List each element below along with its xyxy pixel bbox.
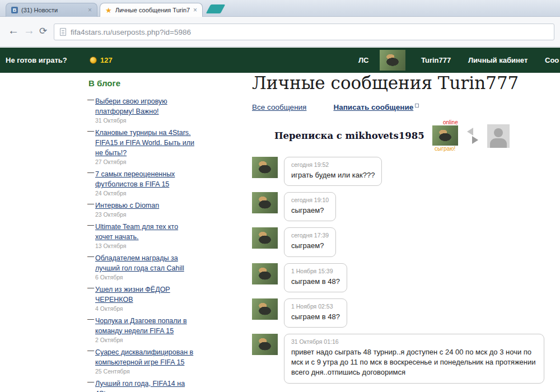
message-text: играть будем или как???: [291, 170, 375, 180]
message-text: сыграем в 48?: [291, 312, 340, 322]
message-row: сегодня 17:39 сыграем?: [252, 227, 544, 256]
messages-nav: Все сообщения Написать сообщение: [252, 103, 544, 111]
opponent-avatar-block: online сыграю!: [432, 119, 458, 152]
blog-date: 6 Октября: [95, 274, 195, 281]
conversation-title: Переписка с mikhovets1985: [274, 130, 424, 141]
message-row: сегодня 19:52 играть будем или как???: [252, 157, 544, 186]
blog-sidebar: В блоге Выбери свою игровую платформу! В…: [87, 78, 195, 392]
blog-date: 23 Октября: [95, 211, 195, 218]
coins-count: 127: [100, 56, 113, 64]
message-text: сыграем в 48?: [291, 277, 340, 287]
online-status: online: [443, 119, 458, 125]
star-favicon-icon: ★: [105, 7, 112, 14]
browser-tab-strip: B (31) Новости × ★ Личные сообщения Turi…: [0, 0, 560, 17]
message-text: привет надо сыграть 48 турнир..я доступе…: [291, 347, 537, 378]
message-text: сыграем?: [291, 241, 329, 251]
message-time: сегодня 17:39: [291, 232, 329, 239]
blog-date: 4 Октября: [95, 305, 195, 312]
list-item: Интервью с Dioman 23 Октября: [87, 200, 195, 218]
blog-title: В блоге: [88, 78, 195, 88]
sender-avatar[interactable]: [252, 263, 278, 284]
close-icon[interactable]: ×: [88, 7, 92, 13]
sender-avatar[interactable]: [252, 227, 278, 249]
play-status[interactable]: сыграю!: [435, 146, 455, 152]
sender-avatar[interactable]: [252, 192, 278, 213]
message-row: 1 Ноября 15:39 сыграем в 48?: [252, 263, 544, 292]
list-item: Лучший гол года, FIFA14 на 4Stars 25 Сен…: [87, 378, 195, 392]
tab-messages-label: Личные сообщения Turin77: [115, 7, 190, 13]
blog-date: 31 Октября: [95, 117, 195, 124]
blog-link[interactable]: Чорлука и Дзагоев попали в команду недел…: [95, 317, 187, 335]
news-favicon-icon: B: [11, 7, 18, 13]
default-avatar: [487, 124, 510, 148]
close-icon[interactable]: ×: [193, 7, 197, 13]
message-row: сегодня 19:10 сыграем?: [252, 192, 544, 221]
message-bubble: сегодня 19:52 играть будем или как???: [284, 157, 382, 186]
message-row: 1 Ноября 02:53 сыграем в 48?: [252, 298, 544, 328]
message-bubble: 1 Ноября 15:39 сыграем в 48?: [284, 263, 347, 292]
blog-link[interactable]: Интервью с Dioman: [95, 202, 159, 209]
new-tab-button[interactable]: [206, 4, 226, 13]
refresh-icon[interactable]: ⟳: [39, 25, 47, 37]
versus-arrows-icon: [467, 128, 478, 144]
status-question-link[interactable]: Не готов играть?: [6, 48, 67, 73]
blog-link[interactable]: Выбери свою игровую платформу! Важно!: [95, 97, 167, 115]
blog-date: 13 Октября: [95, 242, 195, 249]
blog-link[interactable]: Лучший гол года, FIFA14 на 4Stars: [95, 380, 185, 392]
write-message-wrap[interactable]: Написать сообщение: [333, 103, 419, 111]
page-title: Личные сообщения Turin777: [252, 73, 544, 93]
list-item: 7 самых переоцененных футболистов в FIFA…: [87, 169, 195, 197]
list-item: Суарес дисквалифицирован в компьютерной …: [87, 347, 195, 375]
message-time: сегодня 19:52: [291, 161, 375, 168]
message-text: сыграем?: [291, 206, 329, 216]
list-item: Чорлука и Дзагоев попали в команду недел…: [87, 315, 195, 343]
opponent-avatar[interactable]: [432, 125, 458, 146]
coin-icon: [90, 57, 97, 64]
address-bar[interactable]: fifa4stars.ru/userposts.php?id=5986: [54, 24, 554, 40]
list-item: Обладателем награды за лучший гол года с…: [87, 253, 195, 281]
blog-link[interactable]: Суарес дисквалифицирован в компьютерной …: [95, 348, 193, 366]
message-time: 1 Ноября 15:39: [291, 268, 340, 274]
url-text: fifa4stars.ru/userposts.php?id=5986: [71, 28, 191, 36]
list-item: Выбери свою игровую платформу! Важно! 31…: [87, 96, 195, 124]
blog-date: 25 Сентября: [95, 368, 195, 375]
browser-toolbar: ← → ⟳ fifa4stars.ru/userposts.php?id=598…: [0, 17, 560, 47]
blog-date: 24 Октября: [95, 190, 195, 197]
page-icon: [60, 28, 66, 36]
tab-news[interactable]: B (31) Новости ×: [6, 3, 97, 17]
list-item: Ultimate Team для тех кто хочет начать. …: [87, 221, 195, 249]
coins-block: 127: [90, 48, 113, 73]
write-message-link[interactable]: Написать сообщение: [333, 103, 413, 111]
message-bubble: 1 Ноября 02:53 сыграем в 48?: [284, 298, 347, 328]
tab-messages[interactable]: ★ Личные сообщения Turin77 ×: [100, 3, 203, 17]
blog-date: 2 Октября: [95, 337, 195, 343]
conversation-header: Переписка с mikhovets1985 online сыграю!: [252, 119, 544, 152]
all-messages-link[interactable]: Все сообщения: [252, 103, 306, 111]
community-link[interactable]: Соо: [545, 48, 559, 73]
forward-icon[interactable]: →: [24, 24, 35, 37]
sender-avatar[interactable]: [252, 157, 278, 178]
blog-date: 27 Октября: [95, 158, 195, 165]
user-avatar[interactable]: [380, 50, 405, 71]
blog-link[interactable]: Клановые турниры на 4Stars. FIFA15 и FIF…: [95, 129, 194, 157]
blog-link[interactable]: 7 самых переоцененных футболистов в FIFA…: [95, 170, 175, 188]
back-icon[interactable]: ←: [8, 24, 19, 37]
message-bubble: 31 Октября 01:16 привет надо сыграть 48 …: [284, 334, 544, 384]
blog-link[interactable]: Ушел из жизни ФЁДОР ЧЕРЕНКОВ: [95, 286, 170, 304]
messages-main: Личные сообщения Turin777 Все сообщения …: [252, 69, 544, 390]
list-item: Клановые турниры на 4Stars. FIFA15 и FIF…: [87, 127, 195, 165]
tab-news-label: (31) Новости: [21, 7, 85, 13]
list-item: Ушел из жизни ФЁДОР ЧЕРЕНКОВ 4 Октября: [87, 284, 195, 312]
blog-link[interactable]: Ultimate Team для тех кто хочет начать.: [95, 223, 178, 241]
message-time: 1 Ноября 02:53: [291, 303, 340, 310]
message-time: 31 Октября 01:16: [291, 338, 537, 345]
arrow-left-icon: [467, 128, 473, 136]
sender-avatar[interactable]: [252, 334, 278, 355]
blog-link[interactable]: Обладателем награды за лучший гол года с…: [95, 254, 184, 272]
arrow-right-icon: [472, 136, 478, 144]
message-bubble: сегодня 19:10 сыграем?: [284, 192, 336, 221]
message-row: 31 Октября 01:16 привет надо сыграть 48 …: [252, 334, 544, 384]
sender-avatar[interactable]: [252, 298, 278, 320]
external-link-icon: [415, 104, 419, 108]
message-time: сегодня 19:10: [291, 197, 329, 203]
